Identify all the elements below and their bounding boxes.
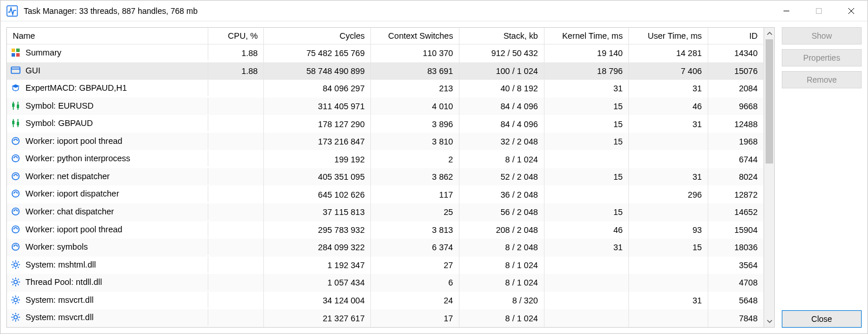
show-button[interactable]: Show [782,27,862,44]
cell-cycles: 1 192 347 [264,257,371,274]
row-name-label: Worker: ioport pool thread [25,225,122,234]
table-row[interactable]: System: mshtml.dll1 192 347278 / 1 02435… [7,257,764,274]
svg-line-27 [18,261,19,262]
svg-line-34 [18,284,19,285]
cell-user: 296 [629,185,708,203]
window-title: Task Manager: 33 threads, 887 handles, 7… [24,6,770,16]
row-name-label: System: msvcrt.dll [25,295,94,305]
cell-kernel [544,257,629,274]
col-ctx[interactable]: Context Switches [371,28,459,44]
cell-name: ExpertMACD: GBPAUD,H1 [7,80,208,96]
cell-name: Worker: ioport dispatcher [7,185,208,202]
table-row[interactable]: Worker: symbols284 099 3226 3748 / 2 048… [7,239,764,257]
cell-kernel: 19 140 [544,44,629,62]
row-name-label: Worker: ioport pool thread [25,136,122,146]
svg-point-46 [14,316,17,319]
svg-point-37 [14,298,17,302]
table-row[interactable]: System: msvcrt.dll34 124 004248 / 320315… [7,292,764,310]
cell-cycles: 1 057 434 [264,274,371,292]
table-row[interactable]: Symbol: GBPAUD178 127 2903 89684 / 4 096… [7,115,764,133]
maximize-button[interactable] [803,1,835,21]
cell-name: Symbol: EURUSD [7,98,208,114]
svg-line-45 [18,296,19,298]
cell-cycles: 173 216 847 [264,133,371,151]
cell-kernel: 15 [544,98,629,116]
cell-stack: 8 / 320 [459,292,544,310]
table-row[interactable]: Symbol: EURUSD311 405 9714 01084 / 4 096… [7,98,764,116]
cell-id: 2084 [708,80,763,98]
table-row[interactable]: Worker: ioport pool thread295 783 9323 8… [7,221,764,239]
properties-button[interactable]: Properties [782,49,862,66]
col-user[interactable]: User Time, ms [629,28,708,44]
row-name-label: System: mshtml.dll [25,260,96,269]
cell-stack: 36 / 2 048 [459,185,544,203]
svg-line-44 [13,302,14,303]
expert-icon [10,83,21,93]
col-name[interactable]: Name [7,28,208,44]
svg-line-54 [18,314,19,316]
table-row[interactable]: Worker: ioport pool thread173 216 8473 8… [7,133,764,151]
cell-kernel: 15 [544,203,629,221]
col-cycles[interactable]: Cycles [264,28,371,44]
scroll-down-icon[interactable] [764,316,774,327]
close-window-button[interactable] [835,1,867,21]
svg-line-25 [18,266,19,268]
cell-cpu [208,309,264,327]
worker-icon [10,171,21,181]
svg-rect-14 [17,105,19,108]
cell-kernel [544,309,629,327]
table-header-row: Name CPU, % Cycles Context Switches Stac… [7,28,764,44]
table-row[interactable]: GUI1.8858 748 490 89983 691100 / 1 02418… [7,62,764,80]
cell-cycles: 284 099 322 [264,239,371,257]
cell-kernel: 15 [544,133,629,151]
threads-table[interactable]: Name CPU, % Cycles Context Switches Stac… [7,28,764,327]
worker-icon [10,224,21,235]
vertical-scrollbar[interactable] [764,28,774,327]
cell-id: 14652 [708,203,763,221]
cell-ctx: 117 [371,185,459,203]
col-stack[interactable]: Stack, kb [459,28,544,44]
svg-line-24 [13,261,14,262]
cell-cycles: 178 127 290 [264,115,371,133]
cell-ctx: 17 [371,309,459,327]
svg-point-28 [14,280,17,284]
cell-user [629,257,708,274]
table-row[interactable]: Worker: net dispatcher405 351 0953 86252… [7,168,764,186]
scroll-up-icon[interactable] [764,28,774,39]
minimize-button[interactable] [770,1,803,21]
cell-ctx: 27 [371,257,459,274]
col-cpu[interactable]: CPU, % [208,28,264,44]
table-row[interactable]: Worker: ioport dispatcher645 102 6261173… [7,185,764,203]
cell-cpu [208,133,264,151]
cell-cycles: 405 351 095 [264,168,371,186]
cell-ctx: 83 691 [371,62,459,80]
cell-user: 46 [629,98,708,116]
svg-rect-18 [17,122,19,125]
row-name-label: Worker: chat dispatcher [25,207,114,216]
cell-id: 9668 [708,98,763,116]
cell-ctx: 4 010 [371,98,459,116]
close-button[interactable]: Close [782,310,862,328]
table-row[interactable]: Worker: chat dispatcher37 115 8132556 / … [7,203,764,221]
col-id[interactable]: ID [708,28,763,44]
row-name-label: GUI [25,66,41,75]
table-row[interactable]: Summary1.8875 482 165 769110 370912 / 50… [7,44,764,62]
scrollbar-track[interactable] [764,39,774,316]
gui-icon [10,65,21,76]
cell-cpu [208,150,264,168]
col-kernel[interactable]: Kernel Time, ms [544,28,629,44]
cell-cycles: 75 482 165 769 [264,44,371,62]
scrollbar-thumb[interactable] [766,39,773,164]
table-row[interactable]: Worker: python interprocess199 19228 / 1… [7,150,764,168]
cell-stack: 8 / 2 048 [459,239,544,257]
window-controls [770,1,867,21]
cell-user: 31 [629,168,708,186]
remove-button[interactable]: Remove [782,71,862,88]
table-row[interactable]: Thread Pool: ntdll.dll1 057 43468 / 1 02… [7,274,764,292]
table-row[interactable]: System: msvcrt.dll21 327 617178 / 1 0247… [7,309,764,327]
table-row[interactable]: ExpertMACD: GBPAUD,H184 096 29721340 / 8… [7,80,764,98]
row-name-label: Worker: python interprocess [25,154,130,163]
cell-kernel [544,150,629,168]
row-name-label: Symbol: EURUSD [25,101,94,110]
cell-name: Summary [7,44,208,61]
